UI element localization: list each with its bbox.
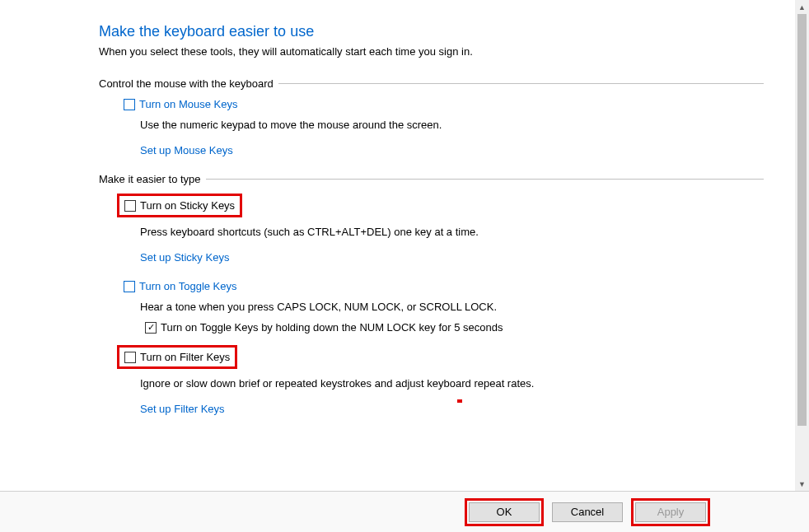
link-setup-sticky-keys[interactable]: Set up Sticky Keys: [140, 251, 229, 264]
scroll-down-icon[interactable]: ▼: [795, 477, 809, 491]
desc-filter-keys: Ignore or slow down brief or repeated ke…: [140, 377, 809, 390]
group-easier-type: Make it easier to type Turn on Sticky Ke…: [99, 173, 809, 415]
highlight-filter-keys: Turn on Filter Keys: [117, 345, 237, 369]
label-toggle-keys: Turn on Toggle Keys: [139, 280, 237, 292]
red-annotation-dot: [457, 399, 462, 403]
label-mouse-keys: Turn on Mouse Keys: [139, 98, 237, 110]
cancel-button[interactable]: Cancel: [552, 502, 623, 522]
link-setup-filter-keys[interactable]: Set up Filter Keys: [140, 403, 225, 415]
group-mouse-keyboard: Control the mouse with the keyboard Turn…: [99, 77, 809, 156]
label-sticky-keys: Turn on Sticky Keys: [140, 199, 235, 212]
desc-mouse-keys: Use the numeric keypad to move the mouse…: [140, 119, 809, 131]
label-toggle-keys-hold: Turn on Toggle Keys by holding down the …: [161, 321, 503, 334]
checkbox-toggle-keys-hold[interactable]: [145, 322, 157, 334]
link-setup-mouse-keys[interactable]: Set up Mouse Keys: [140, 144, 233, 156]
scroll-up-icon[interactable]: ▲: [795, 0, 809, 14]
legend-easier-type: Make it easier to type: [99, 173, 770, 185]
page-title: Make the keyboard easier to use: [99, 23, 809, 40]
highlight-sticky-keys: Turn on Sticky Keys: [117, 194, 242, 217]
desc-sticky-keys: Press keyboard shortcuts (such as CTRL+A…: [140, 226, 809, 238]
content-area: Make the keyboard easier to use When you…: [0, 0, 809, 491]
checkbox-filter-keys[interactable]: [124, 352, 136, 363]
option-toggle-keys[interactable]: Turn on Toggle Keys: [124, 280, 809, 292]
checkbox-toggle-keys[interactable]: [124, 281, 135, 292]
label-filter-keys: Turn on Filter Keys: [140, 351, 230, 363]
desc-toggle-keys: Hear a tone when you press CAPS LOCK, NU…: [140, 301, 809, 313]
button-bar: OK Cancel Apply: [0, 491, 809, 532]
legend-mouse-keyboard: Control the mouse with the keyboard: [99, 77, 770, 90]
checkbox-sticky-keys[interactable]: [124, 200, 136, 212]
apply-button[interactable]: Apply: [635, 502, 706, 522]
checkbox-mouse-keys[interactable]: [124, 99, 135, 110]
ok-button[interactable]: OK: [469, 502, 540, 522]
highlight-apply: Apply: [631, 498, 710, 526]
option-toggle-keys-hold[interactable]: Turn on Toggle Keys by holding down the …: [145, 321, 809, 334]
option-mouse-keys[interactable]: Turn on Mouse Keys: [124, 98, 809, 110]
scrollbar[interactable]: ▲ ▼: [795, 0, 809, 491]
page-subtitle: When you select these tools, they will a…: [99, 45, 809, 58]
scroll-thumb[interactable]: [797, 14, 807, 426]
highlight-ok: OK: [465, 498, 544, 526]
